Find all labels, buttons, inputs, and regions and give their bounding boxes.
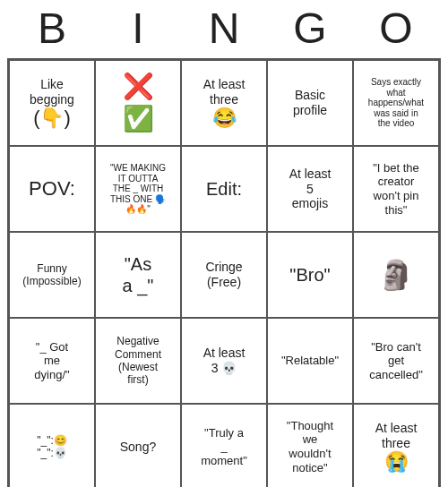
bingo-cell[interactable]: At least 3 💀 <box>181 318 267 404</box>
bingo-cell[interactable]: Negative Comment (Newest first) <box>95 318 181 404</box>
cell-text: (Newest <box>118 361 158 373</box>
cell-text: this" <box>385 203 408 218</box>
moai-icon: 🗿 <box>378 258 414 292</box>
cell-text: At least <box>203 77 246 92</box>
cell-text: "Bro can't <box>371 340 421 355</box>
cell-text: three <box>210 92 238 107</box>
cell-text: me <box>44 354 60 368</box>
cell-text: Edit: <box>206 178 242 200</box>
cell-text: was said in <box>374 108 418 119</box>
bingo-cell[interactable]: "As a _" <box>95 232 181 318</box>
bingo-cell[interactable]: Song? <box>95 404 181 487</box>
bingo-cell[interactable]: Basic profile <box>267 60 353 146</box>
cell-text: "_ Got <box>36 340 68 355</box>
cell-text: "As <box>125 253 151 275</box>
header-letter: O <box>370 4 422 53</box>
bingo-cell[interactable]: Funny (Impossible) <box>9 232 95 318</box>
cell-text: (Free) <box>207 275 241 290</box>
cell-text: get <box>388 354 404 368</box>
bingo-cell[interactable]: At least three 😂 <box>181 60 267 146</box>
cell-text: At least <box>203 346 246 361</box>
bingo-cell[interactable]: "_ Got me dying/" <box>9 318 95 404</box>
bingo-cell[interactable]: At least three 😭 <box>353 404 439 487</box>
cell-text: 5 <box>306 182 314 197</box>
cell-text: "Relatable" <box>281 354 339 368</box>
cell-text: what <box>386 88 405 98</box>
cell-text: profile <box>293 103 327 118</box>
joy-emoji-icon: 😂 <box>212 107 237 129</box>
header-letter: B <box>26 4 78 53</box>
cell-text: Funny <box>37 262 66 275</box>
cell-text: Like <box>40 77 64 92</box>
bingo-cell[interactable]: "Thought we wouldn't notice" <box>267 404 353 487</box>
bingo-cell[interactable]: "WE MAKING IT OUTTA THE _ WITH THIS ONE … <box>95 146 181 232</box>
check-mark-icon: ✅ <box>123 104 154 134</box>
bingo-cell[interactable]: Says exactly what happens/what was said … <box>353 60 439 146</box>
cell-text: Comment <box>115 348 161 361</box>
cell-text: Song? <box>120 440 156 455</box>
cell-text: "WE MAKING <box>110 163 166 174</box>
bingo-cell-free[interactable]: Cringe (Free) <box>181 232 267 318</box>
cell-text: moment" <box>201 454 247 468</box>
cell-text: the video <box>378 118 415 129</box>
cell-text: begging <box>30 92 74 107</box>
pointing-down-icon: (👇) <box>33 107 71 129</box>
cell-text: At least <box>289 167 332 182</box>
cell-text: Cringe <box>205 260 242 275</box>
cell-text: THIS ONE 🗣️ <box>110 194 166 205</box>
cell-text: "_":💀 <box>37 447 67 459</box>
cell-text: POV: <box>29 177 75 201</box>
bingo-cell[interactable]: At least 5 emojis <box>267 146 353 232</box>
cell-text: cancelled" <box>369 368 423 382</box>
header-letter: I <box>112 4 164 53</box>
bingo-header: B I N G O <box>26 4 422 53</box>
cell-text: At least <box>375 421 418 436</box>
bingo-cell[interactable]: "I bet the creator won't pin this" <box>353 146 439 232</box>
cell-text: Basic <box>295 88 325 103</box>
cell-text: wouldn't <box>289 447 331 461</box>
bingo-cell[interactable]: ❌ ✅ <box>95 60 181 146</box>
cell-text: emojis <box>292 196 328 211</box>
bingo-cell[interactable]: "_":😊 "_":💀 <box>9 404 95 487</box>
crying-emoji-icon: 😭 <box>384 451 409 473</box>
cell-text: Says exactly <box>371 77 421 88</box>
bingo-cell[interactable]: "Bro can't get cancelled" <box>353 318 439 404</box>
cell-text: _ <box>220 440 227 454</box>
bingo-cell[interactable]: POV: <box>9 146 95 232</box>
header-letter: N <box>198 4 250 53</box>
cell-text: (Impossible) <box>22 275 81 287</box>
bingo-cell[interactable]: "Bro" <box>267 232 353 318</box>
cell-text: 🔥🔥" <box>125 204 151 215</box>
cell-text: first) <box>127 373 148 386</box>
header-letter: G <box>284 4 336 53</box>
cell-text: won't pin <box>374 189 419 203</box>
cell-text: creator <box>378 175 414 189</box>
cross-mark-icon: ❌ <box>123 72 154 102</box>
cell-text: "_":😊 <box>37 434 67 447</box>
cell-text: "Truly a <box>204 426 244 440</box>
bingo-cell[interactable]: "Truly a _ moment" <box>181 404 267 487</box>
bingo-grid: Like begging (👇) ❌ ✅ At least three 😂 Ba… <box>7 58 441 487</box>
cell-text: THE _ WITH <box>113 184 164 194</box>
cell-text: Negative <box>116 335 159 347</box>
bingo-cell[interactable]: "Relatable" <box>267 318 353 404</box>
cell-text: IT OUTTA <box>118 174 159 184</box>
bingo-cell[interactable]: Edit: <box>181 146 267 232</box>
cell-text: three <box>382 436 410 451</box>
bingo-cell[interactable]: 🗿 <box>353 232 439 318</box>
cell-text: happens/what <box>368 98 424 108</box>
cell-text: "Bro" <box>289 264 330 286</box>
bingo-cell[interactable]: Like begging (👇) <box>9 60 95 146</box>
cell-text: dying/" <box>34 368 69 382</box>
cell-text: a _" <box>123 275 154 296</box>
cell-text: we <box>303 432 318 447</box>
cell-text: "Thought <box>287 419 333 433</box>
cell-text: "I bet the <box>373 161 419 175</box>
cell-text: 3 💀 <box>211 361 237 376</box>
cell-text: notice" <box>292 461 327 475</box>
